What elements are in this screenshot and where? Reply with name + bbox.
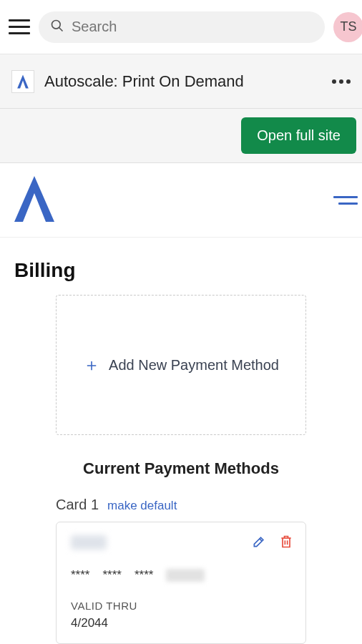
plus-icon: ＋ xyxy=(83,356,100,374)
card-number-masked: **** **** **** xyxy=(71,568,291,582)
add-payment-method-button[interactable]: ＋ Add New Payment Method xyxy=(56,295,306,435)
search-box[interactable] xyxy=(39,11,325,43)
valid-thru-label: VALID THRU xyxy=(71,600,291,612)
brand-row xyxy=(0,163,362,238)
card-label: Card 1 xyxy=(56,497,99,513)
app-name: Autoscale: Print On Demand xyxy=(44,72,322,91)
add-payment-label: Add New Payment Method xyxy=(109,357,279,374)
card-last4-redacted xyxy=(166,569,205,582)
search-input[interactable] xyxy=(72,19,313,35)
svg-line-1 xyxy=(59,27,63,31)
open-full-site-button[interactable]: Open full site xyxy=(241,117,356,154)
top-bar: TS xyxy=(0,0,362,54)
menu-hamburger-icon[interactable] xyxy=(9,16,30,38)
delete-card-icon[interactable] xyxy=(278,534,294,550)
payment-card: **** **** **** VALID THRU 4/2044 xyxy=(56,522,306,644)
make-default-link[interactable]: make default xyxy=(107,499,177,513)
full-site-bar: Open full site xyxy=(0,109,362,163)
page-title: Billing xyxy=(0,238,362,295)
search-icon xyxy=(50,19,64,36)
payment-card-block: Card 1 make default **** **** **** VALI xyxy=(56,497,306,644)
edit-card-icon[interactable] xyxy=(251,534,267,550)
secondary-menu-icon[interactable] xyxy=(333,192,358,209)
app-logo-icon xyxy=(11,70,34,93)
svg-point-0 xyxy=(52,20,61,29)
more-icon[interactable] xyxy=(332,79,351,84)
current-methods-heading: Current Payment Methods xyxy=(0,459,362,478)
card-expiry: 4/2044 xyxy=(71,616,291,630)
avatar[interactable]: TS xyxy=(333,12,362,42)
card-brand-redacted xyxy=(71,535,107,550)
app-header: Autoscale: Print On Demand xyxy=(0,54,362,109)
brand-logo-icon xyxy=(13,175,56,226)
